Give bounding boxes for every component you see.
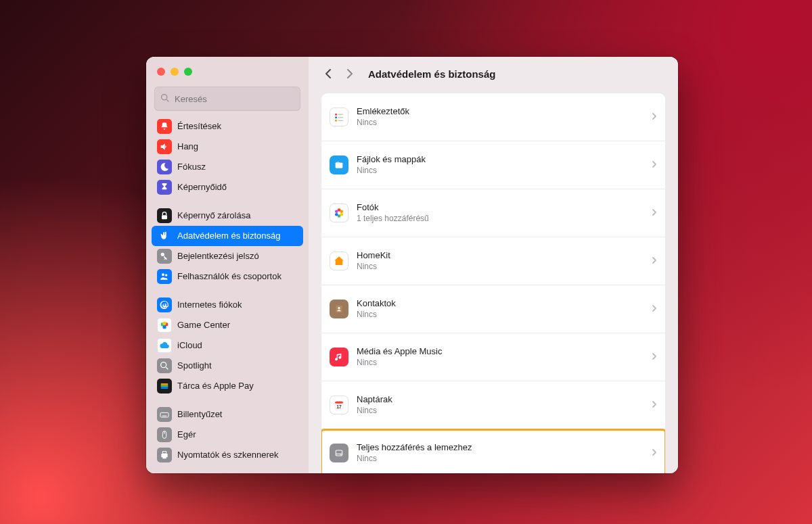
page-title: Adatvédelem és biztonság [368,68,495,80]
settings-row[interactable]: Fotók1 teljes hozzáférésű [321,189,665,237]
svg-point-42 [340,454,341,455]
row-subtitle: 1 teljes hozzáférésű [357,214,644,224]
chevron-right-icon [652,111,657,123]
settings-row[interactable]: Teljes hozzáférés a lemezhezNincs [321,429,665,473]
row-title: Naptárak [357,394,644,405]
sidebar-item[interactable]: Nyomtatók és szkennerek [152,445,303,465]
sidebar-item-label: Egér [177,427,196,442]
sidebar-list[interactable]: ÉrtesítésekHangFókuszKépernyőidőKépernyő… [146,116,309,473]
settings-row[interactable]: HomeKitNincs [321,237,665,285]
sidebar-item[interactable]: Képernyő zárolása [152,206,303,226]
sidebar-item[interactable]: Értesítések [152,116,303,137]
sidebar-item[interactable]: Adatvédelem és biztonság [152,226,303,246]
content-scroll[interactable]: EmlékeztetőkNincsFájlok és mappákNincsFo… [309,91,678,473]
sidebar-item-label: Spotlight [177,358,212,373]
sidebar: ÉrtesítésekHangFókuszKépernyőidőKépernyő… [146,57,309,473]
sidebar-item-label: iCloud [177,338,202,353]
row-subtitle: Nincs [357,406,644,416]
sidebar-item-label: Tárca és Apple Pay [177,379,254,394]
main-pane: Adatvédelem és biztonság EmlékeztetőkNin… [309,57,678,473]
chevron-right-icon [652,447,657,459]
svg-text:17: 17 [336,404,342,409]
files-icon [330,156,348,174]
forward-button[interactable] [342,66,357,81]
svg-point-36 [338,307,340,309]
row-subtitle: Nincs [357,166,644,176]
svg-point-3 [161,253,164,256]
svg-point-30 [340,210,344,214]
row-title: HomeKit [357,250,644,261]
speaker-icon [157,139,172,154]
svg-point-26 [335,120,337,122]
window-controls [146,57,309,87]
sidebar-item[interactable]: Billentyűzet [152,404,303,425]
mouse-icon [157,427,172,442]
svg-rect-27 [338,120,344,122]
svg-point-0 [162,95,167,100]
sidebar-item[interactable]: iCloud [152,335,303,356]
toolbar: Adatvédelem és biztonság [309,57,678,91]
row-title: Teljes hozzáférés a lemezhez [357,442,644,453]
svg-rect-23 [338,114,344,116]
row-subtitle: Nincs [357,118,644,128]
printer-icon [157,448,172,462]
moon-icon [157,160,172,174]
svg-point-34 [335,210,338,214]
svg-point-9 [162,322,166,325]
sidebar-item[interactable]: Felhasználók és csoportok [152,266,303,287]
close-window-button[interactable] [157,68,165,76]
chevron-right-icon [652,399,657,411]
chevron-right-icon [652,159,657,171]
sidebar-item[interactable]: Fókusz [152,157,303,177]
row-title: Média és Apple Music [357,346,644,357]
users-icon [157,269,172,284]
search-input[interactable] [173,93,294,105]
photos-icon [330,204,348,222]
svg-rect-13 [161,385,168,387]
wallet-icon [157,379,172,394]
sidebar-item[interactable]: Bejelentkezési jelszó [152,246,303,266]
settings-row[interactable]: Fájlok és mappákNincs [321,141,665,189]
sidebar-item[interactable]: Hang [152,137,303,157]
disk-icon [330,444,348,462]
svg-rect-12 [161,383,168,385]
svg-rect-40 [336,450,342,456]
chevron-right-icon [652,351,657,363]
sidebar-item-label: Internetes fiókok [177,297,242,312]
sidebar-item-label: Értesítések [177,119,221,134]
minimize-window-button[interactable] [171,68,179,76]
sidebar-item[interactable]: Tárca és Apple Pay [152,376,303,396]
svg-rect-28 [336,163,343,168]
svg-rect-25 [338,117,344,118]
search-icon [157,358,172,373]
settings-row[interactable]: KontaktokNincs [321,285,665,333]
sidebar-item[interactable]: Internetes fiókok [152,295,303,315]
settings-row[interactable]: EmlékeztetőkNincs [321,93,665,141]
sidebar-item-label: Adatvédelem és biztonság [177,229,280,243]
at-icon [157,297,172,312]
svg-point-33 [335,213,338,216]
gc-icon [157,318,172,333]
sidebar-item[interactable]: Képernyőidő [152,177,303,197]
settings-row[interactable]: Média és Apple MusicNincs [321,333,665,381]
row-title: Kontaktok [357,298,644,309]
search-field[interactable] [154,87,300,111]
sidebar-item-label: Nyomtatók és szkennerek [177,448,279,462]
settings-row[interactable]: 17NaptárakNincs [321,381,665,429]
cloud-icon [157,338,172,353]
svg-rect-20 [162,452,166,454]
maximize-window-button[interactable] [184,68,192,76]
chevron-right-icon [652,255,657,267]
sidebar-item[interactable]: Spotlight [152,356,303,376]
svg-point-24 [335,116,337,118]
sidebar-item-label: Felhasználók és csoportok [177,269,281,284]
bell-icon [157,119,172,134]
reminders-icon [330,108,348,126]
sidebar-item[interactable]: Egér [152,425,303,445]
row-title: Emlékeztetők [357,106,644,117]
row-title: Fotók [357,202,644,213]
back-button[interactable] [321,66,336,81]
row-subtitle: Nincs [357,358,644,368]
svg-rect-21 [162,456,166,458]
sidebar-item[interactable]: Game Center [152,315,303,335]
